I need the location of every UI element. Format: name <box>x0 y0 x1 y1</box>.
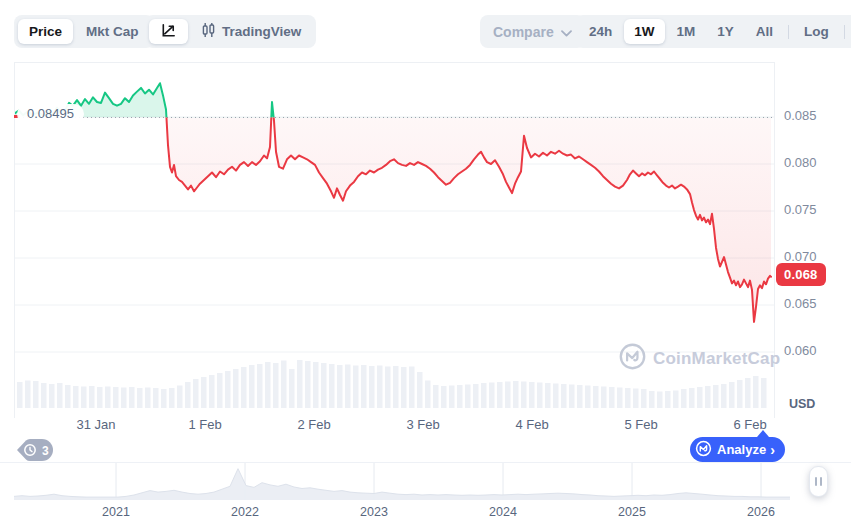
tab-line-chart[interactable] <box>149 19 188 44</box>
price-area-down <box>15 83 771 322</box>
watermark-text: CoinMarketCap <box>653 349 780 369</box>
minimap-svg[interactable] <box>14 463 791 500</box>
coinmarketcap-logo-icon <box>619 343 646 375</box>
analyze-label: Analyze <box>717 442 766 457</box>
compare-button[interactable]: Compare <box>480 15 585 48</box>
year-label: 2025 <box>610 505 654 519</box>
chevron-right-icon: › <box>770 442 775 458</box>
y-tick: 0.070 <box>784 249 830 264</box>
x-tick: 5 Feb <box>611 417 671 432</box>
x-tick: 2 Feb <box>284 417 344 432</box>
y-tick: 0.085 <box>784 108 830 123</box>
range-24h-label: 24h <box>589 24 612 39</box>
tab-mkt-cap[interactable]: Mkt Cap <box>75 19 150 44</box>
range-1m-label: 1M <box>677 24 696 39</box>
range-all[interactable]: All <box>746 19 783 44</box>
range-all-label: All <box>756 24 773 39</box>
year-label: 2022 <box>223 505 267 519</box>
current-price-badge: 0.068 <box>776 263 826 286</box>
year-label: 2023 <box>352 505 396 519</box>
chart-type-toggle-group: TradingView <box>145 15 316 48</box>
range-1y[interactable]: 1Y <box>707 19 744 44</box>
tab-tradingview[interactable]: TradingView <box>190 19 312 44</box>
y-tick: 0.060 <box>784 343 830 358</box>
analyze-caret <box>757 430 769 437</box>
year-label: 2026 <box>739 505 783 519</box>
divider <box>844 25 845 39</box>
x-tick: 4 Feb <box>502 417 562 432</box>
candlestick-icon <box>201 22 216 41</box>
unit-label: USD <box>789 397 815 411</box>
log-label: Log <box>804 24 829 39</box>
year-label: 2021 <box>94 505 138 519</box>
range-1y-label: 1Y <box>717 24 734 39</box>
minimap-line <box>14 469 790 497</box>
range-1m[interactable]: 1M <box>667 19 706 44</box>
line-chart-icon <box>160 22 177 42</box>
tab-price[interactable]: Price <box>18 19 73 44</box>
range-toggle-group: 24h 1W 1M 1Y All Log <box>575 15 851 48</box>
metric-toggle-group: Price Mkt Cap <box>14 15 154 48</box>
baseline-price-label: 0.08495 <box>17 104 84 124</box>
range-1w[interactable]: 1W <box>624 19 664 44</box>
log-scale-button[interactable]: Log <box>794 19 839 44</box>
x-tick: 3 Feb <box>393 417 453 432</box>
tab-tradingview-label: TradingView <box>222 24 301 39</box>
x-tick: 1 Feb <box>175 417 235 432</box>
compare-label: Compare <box>493 24 554 40</box>
range-1w-label: 1W <box>634 24 654 39</box>
tab-mkt-cap-label: Mkt Cap <box>86 24 139 39</box>
chevron-down-icon <box>561 24 572 40</box>
coinmarketcap-logo-icon <box>695 440 712 460</box>
divider <box>788 25 789 39</box>
year-label: 2024 <box>481 505 525 519</box>
svg-text:3: 3 <box>42 444 49 458</box>
watermark: CoinMarketCap <box>619 343 780 375</box>
x-tick: 31 Jan <box>66 417 126 432</box>
x-tick: 6 Feb <box>720 417 780 432</box>
y-tick: 0.065 <box>784 296 830 311</box>
analyze-button[interactable]: Analyze › <box>690 437 785 462</box>
y-tick: 0.080 <box>784 155 830 170</box>
price-chart-widget: Price Mkt Cap TradingView Compare 24h 1W… <box>0 0 851 526</box>
y-tick: 0.075 <box>784 202 830 217</box>
minimap-scroll-handle[interactable] <box>809 466 828 497</box>
tab-price-label: Price <box>29 24 62 39</box>
range-24h[interactable]: 24h <box>579 19 622 44</box>
